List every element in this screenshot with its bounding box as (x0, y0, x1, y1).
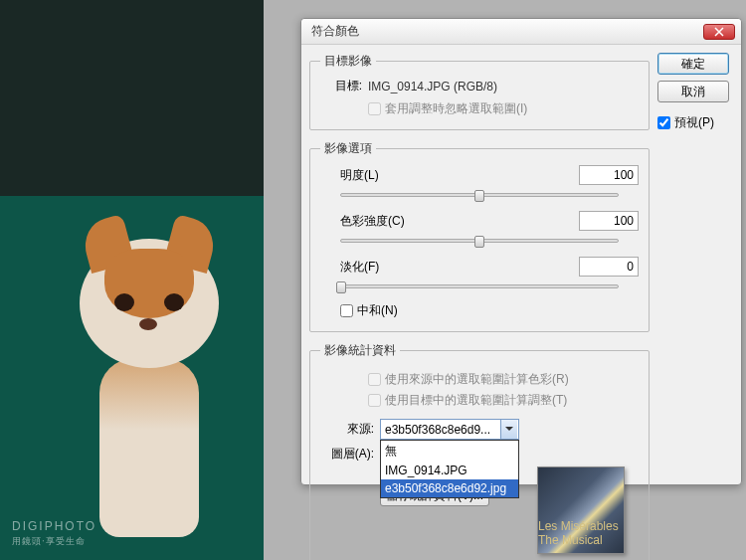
ignore-selection-label: 套用調整時忽略選取範圍(I) (385, 100, 527, 117)
dropdown-item-hash[interactable]: e3b50f368c8e6d92.jpg (381, 479, 518, 497)
intensity-input[interactable] (579, 211, 639, 231)
luminance-label: 明度(L) (320, 167, 420, 184)
luminance-input[interactable] (579, 165, 639, 185)
fade-slider[interactable] (340, 284, 619, 288)
cancel-button[interactable]: 取消 (657, 81, 729, 102)
ignore-selection-checkbox (368, 102, 381, 115)
watermark-main: DIGIPHOTO (12, 519, 96, 533)
close-icon (714, 27, 724, 37)
neutralize-checkbox[interactable] (340, 304, 353, 317)
luminance-slider[interactable] (340, 193, 619, 197)
layer-label: 圖層(A): (320, 446, 380, 463)
titlebar[interactable]: 符合顏色 (301, 19, 741, 45)
watermark-sub: 用鏡頭‧享受生命 (12, 535, 96, 548)
fade-label: 淡化(F) (320, 259, 420, 276)
preview-checkbox[interactable] (657, 116, 670, 129)
intensity-label: 色彩強度(C) (320, 213, 420, 230)
dropdown-item-none[interactable]: 無 (381, 441, 518, 462)
stats-legend: 影像統計資料 (320, 342, 400, 359)
options-legend: 影像選項 (320, 140, 376, 157)
source-dropdown[interactable]: e3b50f368c8e6d9... 無 IMG_0914.JPG e3b50f… (380, 419, 519, 440)
intensity-thumb[interactable] (474, 236, 484, 248)
source-dropdown-list: 無 IMG_0914.JPG e3b50f368c8e6d92.jpg (380, 440, 519, 498)
dropdown-item-img[interactable]: IMG_0914.JPG (381, 462, 518, 479)
target-label: 目標: (320, 78, 368, 94)
preview-label: 預視(P) (674, 114, 714, 131)
use-source-selection-checkbox (368, 373, 381, 386)
use-source-selection-label: 使用來源中的選取範圍計算色彩(R) (385, 371, 569, 388)
source-thumbnail: Les Misérables The Musical (537, 467, 625, 554)
fade-input[interactable] (579, 257, 639, 277)
watermark: DIGIPHOTO 用鏡頭‧享受生命 (12, 519, 96, 548)
use-target-selection-checkbox (368, 394, 381, 407)
neutralize-label: 中和(N) (357, 302, 398, 319)
match-color-dialog: 符合顏色 目標影像 目標: IMG_0914.JPG (RGB/8) 套用調整時… (300, 18, 742, 485)
dialog-title: 符合顏色 (307, 23, 703, 40)
canvas-background: DIGIPHOTO 用鏡頭‧享受生命 (0, 0, 264, 560)
source-selected: e3b50f368c8e6d9... (385, 423, 500, 437)
image-statistics-group: 影像統計資料 使用來源中的選取範圍計算色彩(R) 使用目標中的選取範圍計算調整(… (309, 342, 650, 560)
target-legend: 目標影像 (320, 53, 376, 70)
use-target-selection-label: 使用目標中的選取範圍計算調整(T) (385, 392, 567, 409)
chevron-down-icon[interactable] (500, 420, 517, 439)
target-value: IMG_0914.JPG (RGB/8) (368, 80, 497, 93)
source-label: 來源: (320, 421, 380, 438)
image-options-group: 影像選項 明度(L) 色彩強度(C) (309, 140, 650, 332)
target-image-group: 目標影像 目標: IMG_0914.JPG (RGB/8) 套用調整時忽略選取範… (309, 53, 650, 130)
intensity-slider[interactable] (340, 239, 619, 243)
luminance-thumb[interactable] (474, 190, 484, 202)
ok-button[interactable]: 確定 (657, 53, 729, 75)
close-button[interactable] (703, 24, 735, 40)
cat-illustration (70, 209, 249, 547)
fade-thumb[interactable] (336, 281, 346, 293)
